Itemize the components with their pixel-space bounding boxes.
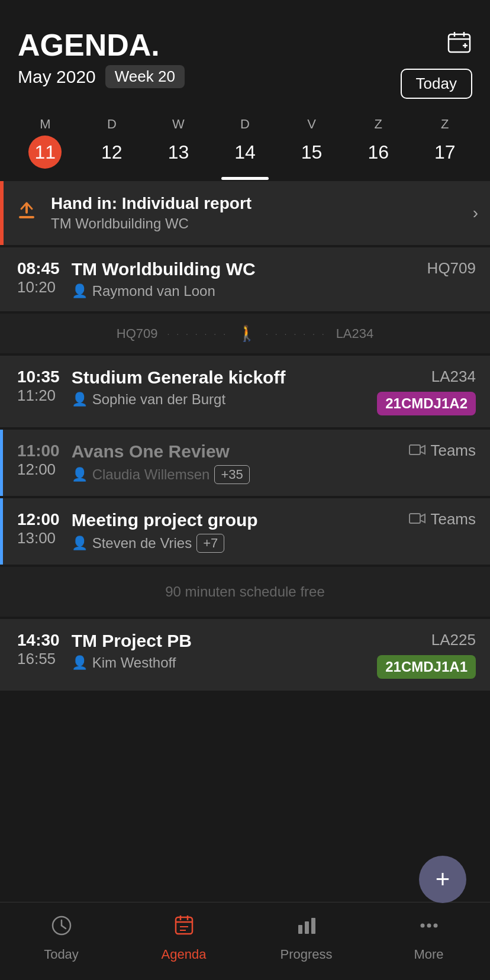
event-times-2: 10:35 11:20	[17, 368, 60, 405]
event-time-row-5: 14:30 16:55 TM Project PB 👤 Kim Westhoff…	[17, 631, 476, 679]
time-end-1: 10:20	[17, 278, 60, 296]
group-badge-5: 21CMDJ1A1	[377, 655, 476, 679]
progress-icon	[295, 914, 318, 942]
group-badge-2: 21CMDJ1A2	[377, 392, 476, 415]
day-number-14[interactable]: 14	[228, 136, 262, 169]
day-col-thu[interactable]: D 14	[212, 117, 279, 169]
person-name-3: Claudia Willemsen	[92, 466, 210, 483]
svg-rect-13	[176, 917, 192, 934]
person-row-4: 👤 Steven de Vries +7	[72, 534, 393, 553]
video-icon-4	[409, 510, 425, 528]
time-end-5: 16:55	[17, 650, 60, 668]
event-time-row-2: 10:35 11:20 Studium Generale kickoff 👤 S…	[17, 368, 476, 415]
week-indicator-line	[221, 177, 269, 180]
event-title-4: Meeting project group	[72, 510, 393, 530]
event-time-row-1: 08:45 10:20 TM Worldbuilding WC 👤 Raymon…	[17, 259, 476, 299]
event-times-3: 11:00 12:00	[17, 441, 60, 479]
event-info-5: TM Project PB 👤 Kim Westhoff	[72, 631, 378, 671]
day-number-11[interactable]: 11	[28, 136, 62, 169]
event-times-5: 14:30 16:55	[17, 631, 60, 668]
person-row-1: 👤 Raymond van Loon	[72, 283, 393, 299]
day-number-12[interactable]: 12	[95, 136, 128, 169]
svg-rect-21	[311, 918, 315, 934]
person-icon-3: 👤	[72, 467, 88, 482]
event-worldbuilding[interactable]: 08:45 10:20 TM Worldbuilding WC 👤 Raymon…	[0, 247, 490, 311]
person-row-5: 👤 Kim Westhoff	[72, 655, 378, 671]
time-end-4: 13:00	[17, 529, 60, 547]
event-project-pb[interactable]: 14:30 16:55 TM Project PB 👤 Kim Westhoff…	[0, 619, 490, 691]
handin-event[interactable]: Hand in: Individual report TM Worldbuild…	[0, 181, 490, 245]
svg-line-12	[62, 926, 66, 929]
events-area: Hand in: Individual report TM Worldbuild…	[0, 181, 490, 691]
walk-to: LA234	[336, 326, 374, 341]
nav-item-progress[interactable]: Progress	[265, 914, 348, 962]
clock-icon	[50, 914, 73, 942]
week-calendar: M 11 D 12 W 13 D 14 V 15 Z 16 Z 17	[0, 111, 490, 180]
today-button[interactable]: Today	[401, 69, 472, 99]
teams-label-3: Teams	[409, 441, 476, 460]
header-left: AGENDA. May 2020 Week 20	[18, 30, 185, 88]
day-number-17[interactable]: 17	[428, 136, 462, 169]
day-number-16[interactable]: 16	[362, 136, 395, 169]
event-meeting[interactable]: 12:00 13:00 Meeting project group 👤 Stev…	[0, 498, 490, 565]
room-label-1: HQ709	[427, 259, 476, 278]
app-title: AGENDA.	[18, 30, 185, 60]
walk-indicator: HQ709 · · · · · · · 🚶 · · · · · · · LA23…	[0, 314, 490, 353]
time-start-1: 08:45	[17, 259, 60, 278]
event-title-3: Avans One Review	[72, 441, 393, 462]
event-studium[interactable]: 10:35 11:20 Studium Generale kickoff 👤 S…	[0, 356, 490, 427]
day-letter-sun: Z	[441, 117, 449, 132]
day-letter-tue: D	[107, 117, 117, 132]
bottom-nav: Today Agenda Progress	[0, 902, 490, 980]
event-time-row-4: 12:00 13:00 Meeting project group 👤 Stev…	[17, 510, 476, 553]
walk-dots-left: · · · · · · ·	[167, 329, 228, 339]
day-col-tue[interactable]: D 12	[79, 117, 146, 169]
day-col-sat[interactable]: Z 16	[345, 117, 412, 169]
day-col-wed[interactable]: W 13	[145, 117, 212, 169]
upload-icon	[15, 199, 39, 227]
svg-point-23	[427, 924, 431, 928]
day-letter-wed: W	[172, 117, 185, 132]
room-label-5: LA225	[431, 631, 476, 649]
walk-from: HQ709	[117, 326, 158, 341]
day-number-13[interactable]: 13	[162, 136, 195, 169]
event-info-4: Meeting project group 👤 Steven de Vries …	[72, 510, 393, 553]
event-right-5: LA225 21CMDJ1A1	[377, 631, 476, 679]
person-row-3: 👤 Claudia Willemsen +35	[72, 465, 393, 484]
day-col-mon[interactable]: M 11	[12, 117, 79, 169]
person-row-2: 👤 Sophie van der Burgt	[72, 391, 378, 408]
day-number-15[interactable]: 15	[295, 136, 328, 169]
add-calendar-icon[interactable]	[446, 30, 472, 62]
time-end-2: 11:20	[17, 386, 60, 405]
person-name-1: Raymond van Loon	[92, 283, 215, 299]
handin-subtitle: TM Worldbuilding WC	[51, 215, 473, 232]
video-icon-3	[409, 441, 425, 460]
day-col-fri[interactable]: V 15	[278, 117, 345, 169]
month-label: May 2020	[18, 67, 96, 87]
event-title-5: TM Project PB	[72, 631, 378, 651]
time-start-4: 12:00	[17, 510, 60, 529]
agenda-icon	[173, 914, 195, 942]
attendee-badge-3: +35	[214, 465, 249, 484]
nav-item-today[interactable]: Today	[20, 914, 103, 962]
nav-item-more[interactable]: More	[388, 914, 470, 962]
event-title-2: Studium Generale kickoff	[72, 368, 378, 388]
nav-label-today: Today	[44, 947, 79, 962]
nav-item-agenda[interactable]: Agenda	[143, 914, 225, 962]
free-time-block: 90 minuten schedule free	[0, 567, 490, 617]
event-info-1: TM Worldbuilding WC 👤 Raymond van Loon	[72, 259, 393, 299]
day-letter-sat: Z	[374, 117, 382, 132]
add-event-fab[interactable]: +	[419, 856, 466, 903]
week-indicator	[12, 177, 478, 180]
teams-label-4: Teams	[409, 510, 476, 528]
day-letter-thu: D	[240, 117, 250, 132]
time-end-3: 12:00	[17, 460, 60, 479]
day-col-sun[interactable]: Z 17	[411, 117, 478, 169]
walk-person-icon: 🚶	[237, 324, 256, 343]
time-start-3: 11:00	[17, 441, 60, 460]
svg-rect-9	[410, 514, 420, 523]
event-avans[interactable]: 11:00 12:00 Avans One Review 👤 Claudia W…	[0, 430, 490, 496]
event-right-4: Teams	[393, 510, 476, 528]
event-title-1: TM Worldbuilding WC	[72, 259, 393, 279]
person-icon-4: 👤	[72, 536, 88, 551]
